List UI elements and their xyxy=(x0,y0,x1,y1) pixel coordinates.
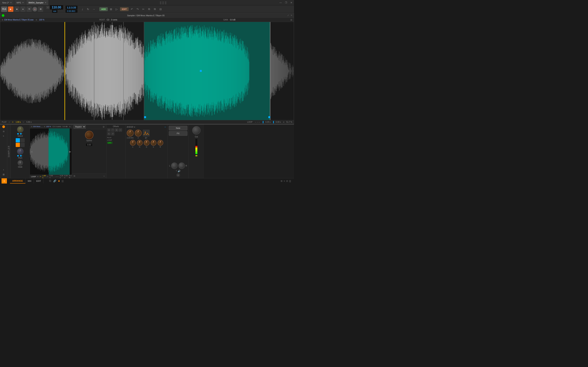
morph-display[interactable] xyxy=(143,130,150,136)
status-icon-3[interactable]: ⊟ xyxy=(286,180,288,182)
note-button[interactable]: Note xyxy=(169,126,187,130)
plus-button[interactable]: + xyxy=(33,7,37,11)
chain-icon[interactable]: ⛓ xyxy=(49,179,51,182)
play-icon-button[interactable]: ▷ xyxy=(114,7,119,12)
redo-button[interactable]: ↷ xyxy=(135,7,140,12)
add-small-button[interactable]: + xyxy=(176,173,180,177)
tab-new2-close[interactable]: ✕ xyxy=(10,1,12,4)
forward-button[interactable]: → xyxy=(91,7,96,12)
minimize-button[interactable]: — xyxy=(278,0,283,5)
strip-icon-1[interactable]: ⊟ xyxy=(1,129,7,133)
ahdsr-link-btn[interactable]: ↔ xyxy=(164,126,166,128)
grid-icon-2[interactable]: + xyxy=(104,175,105,177)
sampler-expand-button[interactable]: ⤢ xyxy=(287,14,289,17)
repitch-select[interactable]: Repitch xyxy=(73,125,86,129)
loop-start-marker-dot[interactable] xyxy=(144,116,146,118)
loop-mid-marker-dot[interactable] xyxy=(200,70,202,72)
mix-tab[interactable]: MIX xyxy=(26,178,34,184)
shape-btn-3[interactable]: ∧ xyxy=(115,128,118,132)
speed-knob[interactable] xyxy=(85,131,93,139)
tab-mpe-close[interactable]: ✕ xyxy=(22,1,24,4)
sampler-pad-3[interactable] xyxy=(16,143,20,147)
info-button[interactable]: i xyxy=(1,178,7,184)
record-button[interactable]: ● xyxy=(20,7,26,12)
glide-knob[interactable] xyxy=(17,160,23,166)
status-icon-1[interactable]: ⊞ xyxy=(281,180,283,182)
square-icon[interactable]: ■ xyxy=(58,179,60,182)
pitch-dot-1[interactable] xyxy=(17,155,19,157)
tab-new2[interactable]: New 2* ✕ xyxy=(0,0,14,5)
fx-button[interactable]: FX xyxy=(169,131,187,136)
question-icon[interactable]: ? xyxy=(176,170,177,172)
loop-transport-button[interactable]: ↻ xyxy=(86,7,91,12)
shape-btn-1[interactable]: ∧ xyxy=(107,128,111,132)
freq-knob[interactable] xyxy=(127,130,134,136)
mini-wave-grid-btn[interactable]: ⊞ xyxy=(69,125,71,127)
bpm-display[interactable]: 110.00 xyxy=(50,5,63,9)
edit-button[interactable]: EDIT xyxy=(120,7,129,11)
mini-nav-right[interactable]: ▶ xyxy=(69,150,72,153)
arrange-tab[interactable]: ARRANGE xyxy=(10,178,26,184)
ahdsr-dropdown-icon[interactable]: ▾ xyxy=(134,126,135,128)
select-slider-thumb[interactable] xyxy=(20,133,22,134)
tab-mpe[interactable]: MPE ✕ xyxy=(14,0,26,5)
metronome-button[interactable]: ♩ xyxy=(80,7,85,12)
stop-button[interactable]: ■ xyxy=(14,7,19,12)
select-dot-1[interactable] xyxy=(17,133,19,134)
maximize-button[interactable]: ❐ xyxy=(283,0,289,5)
start-marker[interactable] xyxy=(65,22,65,120)
grid-icon-1[interactable]: ⊞ xyxy=(73,175,75,177)
play-button-transport[interactable]: ▶ xyxy=(8,7,13,12)
shape-btn-6[interactable]: ↗ xyxy=(111,132,114,135)
pitch-slider-thumb[interactable] xyxy=(20,155,22,157)
cut-button[interactable]: ✂ xyxy=(141,7,146,12)
loop-button[interactable]: ⟲ xyxy=(26,7,32,12)
sampler-pad-2[interactable] xyxy=(20,138,25,142)
sampler-pad-4[interactable] xyxy=(20,143,25,147)
punch-button[interactable]: ⊞ xyxy=(38,7,43,12)
l-knob[interactable] xyxy=(171,162,178,169)
status-icon-4[interactable]: ||| xyxy=(289,180,291,182)
strip-icon-2[interactable]: ≡ xyxy=(1,134,7,138)
pitch-knob[interactable] xyxy=(17,148,24,155)
hh-knob[interactable] xyxy=(137,140,143,146)
strip-icon-bottom-2[interactable]: ⊞ xyxy=(1,172,7,177)
edit-tab[interactable]: EDIT xyxy=(34,178,43,184)
dh-knob[interactable] xyxy=(144,140,149,146)
ah-knob[interactable] xyxy=(130,140,136,146)
power-btn-bottom[interactable] xyxy=(2,125,5,128)
status-icon-2[interactable]: ≡ xyxy=(284,180,285,182)
shape-btn-2[interactable]: ⌒ xyxy=(111,128,114,132)
sampler-pad-1[interactable] xyxy=(16,138,20,142)
shape-btn-4[interactable]: ~ xyxy=(119,128,122,132)
rh-knob[interactable] xyxy=(157,140,163,146)
tab-bws4-close[interactable]: ✕ xyxy=(45,1,46,4)
select-knob[interactable] xyxy=(17,126,24,133)
close-button[interactable]: ✕ xyxy=(289,0,294,5)
link-icon[interactable]: 🔗 xyxy=(53,179,56,182)
loop-end-marker-dot[interactable] xyxy=(268,116,270,118)
tab-bws4[interactable]: BWS4_Sampler ✕ xyxy=(26,0,49,5)
bpm-arrows[interactable]: ⬆ xyxy=(46,6,49,8)
a-knob[interactable] xyxy=(135,130,142,136)
sampler-grid-button[interactable]: ⊞ xyxy=(290,18,292,21)
shape-btn-5[interactable]: ∿ xyxy=(107,132,111,135)
strip-icon-bottom-1[interactable]: + xyxy=(1,168,7,172)
position-time-display[interactable]: 0:00.863 xyxy=(65,9,78,13)
mixer-button[interactable]: ⊞ xyxy=(109,7,113,12)
volume-icon[interactable]: 🔊 xyxy=(178,170,181,172)
add-button[interactable]: ADD xyxy=(99,7,108,11)
undo-button[interactable]: ↶ xyxy=(130,7,134,12)
mini-nav-left[interactable]: ◀ xyxy=(30,150,33,153)
settings-icon[interactable]: ⚙ xyxy=(103,125,105,128)
time-sig-display[interactable]: 4/4 xyxy=(52,10,57,13)
r-knob[interactable] xyxy=(178,162,185,169)
out-knob[interactable] xyxy=(192,126,201,134)
copy-button[interactable]: ⧉ xyxy=(147,7,152,12)
power-indicator[interactable] xyxy=(2,14,4,17)
bars-icon[interactable]: ||| xyxy=(62,179,64,182)
file-button[interactable]: FILE xyxy=(1,7,7,12)
loop-region[interactable] xyxy=(144,22,270,120)
sh-knob[interactable] xyxy=(151,140,156,146)
position-bars-display[interactable]: 1.2.3.33 xyxy=(65,6,78,9)
